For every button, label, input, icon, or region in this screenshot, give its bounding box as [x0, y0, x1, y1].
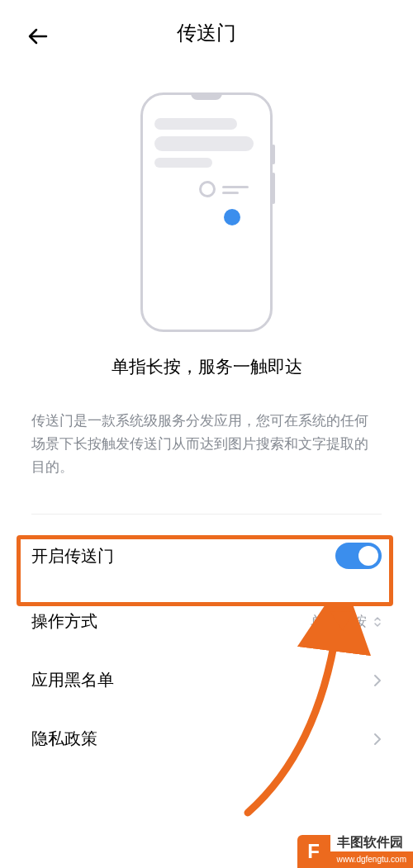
settings-list: 开启传送门 操作方式 单指长按 应用黑名单 隐私政策 — [0, 515, 413, 768]
watermark: F 丰图软件园 www.dgfengtu.com — [297, 833, 414, 868]
updown-icon — [373, 616, 382, 628]
row-privacy-policy[interactable]: 隐私政策 — [0, 709, 413, 768]
header: 传送门 — [0, 0, 413, 59]
watermark-url: www.dgfengtu.com — [330, 851, 414, 868]
row-app-blacklist[interactable]: 应用黑名单 — [0, 651, 413, 709]
illustration: 单指长按，服务一触即达 — [0, 59, 413, 395]
row-label: 开启传送门 — [31, 545, 114, 567]
chevron-right-icon — [373, 674, 382, 687]
row-label: 隐私政策 — [31, 728, 97, 750]
page-title: 传送门 — [15, 20, 398, 46]
back-button[interactable] — [26, 26, 50, 50]
illustration-caption: 单指长按，服务一触即达 — [112, 355, 302, 378]
row-label: 操作方式 — [31, 610, 97, 633]
row-value: 单指长按 — [311, 612, 382, 631]
toggle-enable[interactable] — [335, 543, 382, 569]
row-enable-portal[interactable]: 开启传送门 — [0, 515, 413, 592]
feature-description: 传送门是一款系统级服务分发应用，您可在系统的任何场景下长按触发传送门从而达到图片… — [0, 395, 413, 479]
phone-mockup — [140, 92, 273, 332]
chevron-right-icon — [373, 733, 382, 746]
watermark-label: 丰图软件园 — [330, 833, 414, 851]
row-operation-mode[interactable]: 操作方式 单指长按 — [0, 592, 413, 651]
row-label: 应用黑名单 — [31, 669, 114, 691]
watermark-icon: F — [297, 835, 330, 868]
operation-value: 单指长按 — [311, 612, 367, 631]
